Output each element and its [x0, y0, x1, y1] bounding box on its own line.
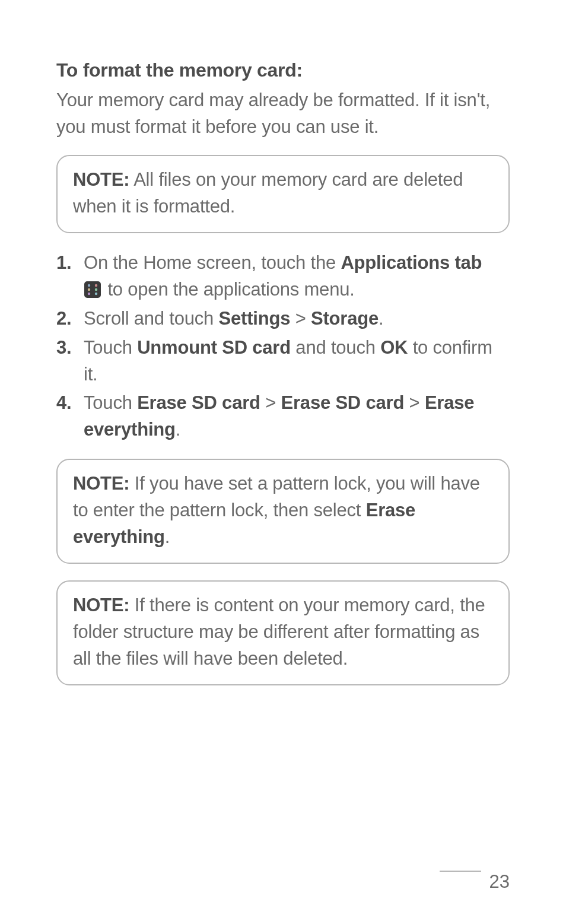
section-heading: To format the memory card: [56, 59, 510, 81]
step-text: Touch [84, 392, 137, 413]
note-text: If you have set a pattern lock, you will… [73, 473, 480, 520]
step-text: On the Home screen, touch the [84, 252, 341, 273]
erase-sd-label-2: Erase SD card [281, 392, 405, 413]
gt-separator: > [260, 392, 281, 413]
step-text: Touch [84, 337, 137, 358]
applications-tab-label: Applications tab [341, 252, 482, 273]
page-number: 23 [489, 871, 510, 893]
note-label: NOTE: [73, 169, 129, 190]
step-1: On the Home screen, touch the Applicatio… [56, 250, 510, 303]
svg-point-3 [95, 288, 97, 290]
step-text: . [176, 419, 180, 440]
gt-separator: > [404, 392, 425, 413]
footer-rule [440, 871, 481, 872]
note-text: . [165, 526, 170, 547]
svg-point-2 [88, 288, 90, 290]
settings-label: Settings [219, 308, 291, 329]
page-footer: 23 [440, 871, 510, 893]
step-2: Scroll and touch Settings > Storage. [56, 306, 510, 332]
note-text: All files on your memory card are delete… [73, 169, 463, 217]
svg-point-5 [95, 292, 97, 294]
step-4: Touch Erase SD card > Erase SD card > Er… [56, 390, 510, 443]
note-box-2: NOTE: If you have set a pattern lock, yo… [56, 459, 510, 564]
note-label: NOTE: [73, 473, 129, 494]
step-3: Touch Unmount SD card and touch OK to co… [56, 335, 510, 388]
applications-grid-icon [84, 281, 101, 298]
note-box-1: NOTE: All files on your memory card are … [56, 155, 510, 233]
svg-point-1 [95, 284, 97, 286]
unmount-sd-label: Unmount SD card [137, 337, 291, 358]
gt-separator: > [290, 308, 311, 329]
step-text: . [379, 308, 383, 329]
step-text: Scroll and touch [84, 308, 219, 329]
svg-point-4 [88, 292, 90, 294]
note-text: If there is content on your memory card,… [73, 595, 485, 669]
manual-page: To format the memory card: Your memory c… [0, 0, 566, 924]
note-label: NOTE: [73, 595, 129, 615]
storage-label: Storage [311, 308, 379, 329]
step-text: and touch [291, 337, 380, 358]
ok-label: OK [380, 337, 408, 358]
note-box-3: NOTE: If there is content on your memory… [56, 580, 510, 685]
intro-paragraph: Your memory card may already be formatte… [56, 87, 510, 141]
svg-point-0 [88, 284, 90, 286]
erase-sd-label: Erase SD card [137, 392, 260, 413]
step-text: to open the applications menu. [103, 279, 355, 300]
steps-list: On the Home screen, touch the Applicatio… [56, 250, 510, 444]
